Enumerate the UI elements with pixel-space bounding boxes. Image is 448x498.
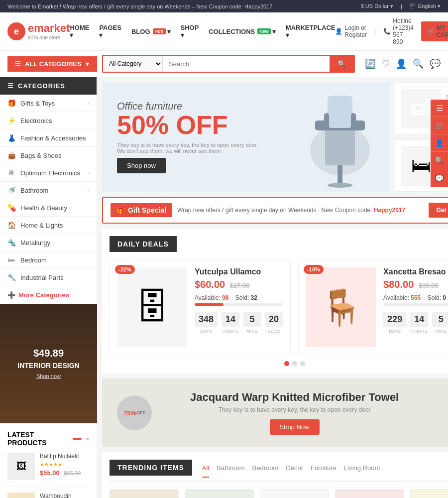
trending-tab-all[interactable]: All (202, 464, 209, 478)
sidebar-item-gifts[interactable]: 🎁 Gifts & Toys › (0, 95, 97, 112)
deal-card-2[interactable]: -10% 🪑 Xancetta Bresao $80.00 $89.00 Ava… (298, 259, 448, 355)
trending-tabs: All Bathroom Bedroom Decor Furniture Liv… (202, 464, 380, 472)
timer-days-1: 348 DAYS (195, 312, 218, 334)
timer-mins-1: 5 MINS (243, 312, 261, 334)
svg-rect-6 (324, 113, 329, 128)
deal-timer-2: 229 DAYS 14 HOURS 5 MINS (383, 312, 448, 334)
promo-title: Jacquard Warp Knitted Microfiber Towel (122, 391, 448, 404)
sidebar-item-metallurgy[interactable]: 🔩 Metallurgy (0, 234, 97, 251)
daily-deals: DAILY DEALS ‹ › -22% 🗄 Yutculpa Ullamco … (102, 229, 448, 374)
trending-tab-bedroom[interactable]: Bedroom (252, 464, 279, 478)
currency-selector[interactable]: $ US Dollar ▾ (361, 3, 393, 9)
product-name: Balltip Nullaelit (40, 453, 89, 460)
nav-blog[interactable]: BLOG Hot! ▾ (131, 28, 171, 35)
search-bar: ☰ ALL CATEGORIES ▾ All Category Electron… (0, 51, 448, 77)
trending-tab-livingroom[interactable]: Living Room (344, 464, 380, 478)
product-stars: ★★★★★ (40, 462, 89, 467)
right-icon-search[interactable]: 🔍 (431, 152, 448, 169)
top-bar-message: Welcome to Emarket ! Wrap new offers / g… (7, 3, 272, 9)
nav-marketplace[interactable]: MARKETPLACE ▾ (286, 24, 336, 39)
trending-card-5[interactable]: 🫙 Yellow Vase (410, 489, 448, 498)
right-sidebar-icons: ☰ 🛒 👤 🔍 💬 (431, 100, 448, 187)
all-categories-button[interactable]: ☰ ALL CATEGORIES ▾ (7, 56, 97, 72)
deal-name-1: Yutculpa Ullamco (195, 267, 283, 276)
sidebar-item-health[interactable]: 💊 Health & Beauty (0, 199, 97, 217)
trending-tab-bathroom[interactable]: Bathroom (217, 464, 244, 478)
latest-product-1[interactable]: 🖼 Balltip Nullaelit ★★★★★ $55.00 $65.00 (7, 453, 89, 487)
language-selector[interactable]: 🏴 English ▾ (410, 3, 441, 9)
trending-tab-decor[interactable]: Decor (286, 464, 303, 478)
timer-hours-2: 14 HOURS (410, 312, 428, 334)
tagline: all in one store (28, 35, 70, 40)
trending-tab-furniture[interactable]: Furniture (311, 464, 336, 478)
deal-card-1[interactable]: -22% 🗄 Yutculpa Ullamco $60.00 $27.00 Av… (110, 259, 291, 355)
chat-icon[interactable]: 💬 (430, 58, 441, 69)
sidebar-item-electronics[interactable]: ⚡ Electronics (0, 112, 97, 129)
metallurgy-icon: 🔩 (7, 239, 15, 247)
hero-banner: Office furniture 50% OFF They key is to … (102, 82, 390, 192)
deal-badge-1: -22% (115, 265, 135, 274)
hotline-link[interactable]: 📞 Hotline (+123)4 567 890 (383, 17, 414, 45)
sidebar-item-bags[interactable]: 👜 Bags & Shoes (0, 147, 97, 164)
search-input[interactable] (163, 56, 330, 72)
blog-badge: Hot! (153, 28, 166, 34)
trending-card-2[interactable]: 🛍 Colorful Towels (185, 489, 254, 498)
deal-dot-3[interactable] (300, 361, 305, 366)
trending-grid: 🪑 Wooden Chair 🛍 Colorful Towels 🏺 Plant… (110, 489, 448, 498)
search-icon[interactable]: 🔍 (413, 58, 424, 69)
bags-icon: 👜 (7, 151, 15, 159)
nav-home[interactable]: HOME ▾ (70, 24, 89, 39)
hero-shop-button[interactable]: Shop now (117, 158, 166, 173)
trending-image-2: 🛍 (185, 490, 253, 498)
user-icon[interactable]: 👤 (396, 58, 407, 69)
right-icon-menu[interactable]: ☰ (431, 100, 448, 117)
search-button[interactable]: 🔍 (330, 56, 354, 72)
right-icon-chat[interactable]: 💬 (431, 169, 448, 187)
sidebar-item-fashion[interactable]: 👗 Fashion & Accessories (0, 129, 97, 147)
get-coupon-button[interactable]: Get Coupon (429, 203, 448, 218)
bedroom-icon: 🛏 (7, 256, 15, 264)
brand-name: emarket (28, 22, 70, 34)
sidebar-banner-text: $49.89 INTERIOR DESIGN Shop now (17, 348, 79, 379)
promo-shop-button[interactable]: Shop Now (270, 419, 320, 435)
trending-card-4[interactable]: 💺 Pink Armchair (335, 489, 404, 498)
sidebar-item-optimum[interactable]: 🖥 Optimum Electronics › (0, 164, 97, 182)
right-icon-user[interactable]: 👤 (431, 134, 448, 152)
wishlist-icon[interactable]: ♡ (382, 58, 390, 69)
trending-title: TRENDING ITEMS (110, 460, 192, 476)
latest-product-2[interactable]: 🪑 Wamboudin Ribeye ★★★★☆ $70.00 $84.00 (7, 493, 89, 498)
coupon-code: Happy2017 (374, 207, 405, 214)
deal-dot-1[interactable] (284, 361, 289, 366)
deal-timer-1: 348 DAYS 14 HOURS 5 MINS (195, 312, 283, 334)
trending-card-1[interactable]: 🪑 Wooden Chair (110, 489, 179, 498)
right-icon-cart[interactable]: 🛒 (431, 117, 448, 134)
deal-dot-2[interactable] (292, 361, 297, 366)
nav-pages[interactable]: PAGES ▾ (99, 24, 121, 39)
deal-price-old-2: $89.00 (419, 282, 439, 289)
collections-badge: New (257, 28, 271, 34)
deal-price-1: $60.00 (195, 279, 225, 290)
more-categories-link[interactable]: ➕ More Categories (0, 286, 97, 304)
daily-deals-header: DAILY DEALS ‹ › (110, 236, 448, 252)
banner-shop-link[interactable]: Shop now (36, 373, 61, 379)
nav-collections[interactable]: COLLECTIONS New ▾ (209, 28, 276, 35)
trending-card-3[interactable]: 🏺 Plant Stand (260, 489, 329, 498)
deal-name-2: Xancetta Bresao (383, 267, 448, 276)
sidebar-item-home[interactable]: 🏠 Home & Lights (0, 217, 97, 234)
nav-shop[interactable]: SHOP ▾ (181, 24, 199, 39)
cart-button[interactable]: 0 🛒 MY CART – $0.00 (421, 21, 448, 41)
deal-available-1: Available: 98 Sold: 32 (195, 294, 283, 301)
category-select[interactable]: All Category Electronics Fashion Bags & … (103, 56, 163, 72)
hero-discount: 50% OFF (117, 112, 258, 138)
refresh-icon[interactable]: 🔄 (365, 58, 376, 69)
sidebar-banner[interactable]: $49.89 INTERIOR DESIGN Shop now (0, 304, 97, 423)
sidebar-item-bedroom[interactable]: 🛏 Bedroom (0, 251, 97, 269)
login-link[interactable]: 👤 Login or Register (335, 24, 367, 38)
deal-image-2: 🪑 (306, 267, 376, 347)
latest-products: LATEST PRODUCTS 🖼 Balltip Nullaelit ★★★★… (0, 423, 97, 498)
main-nav: HOME ▾ PAGES ▾ BLOG Hot! ▾ SHOP ▾ COLLEC… (70, 24, 335, 39)
sidebar-item-industrial[interactable]: 🔧 Industrial Parts (0, 269, 97, 286)
svg-rect-1 (325, 125, 355, 165)
sidebar-item-bathroom[interactable]: 🚿 Bathroom › (0, 182, 97, 199)
gift-bar: 🎁 Gift Special Wrap new offers / gift ev… (102, 197, 448, 224)
